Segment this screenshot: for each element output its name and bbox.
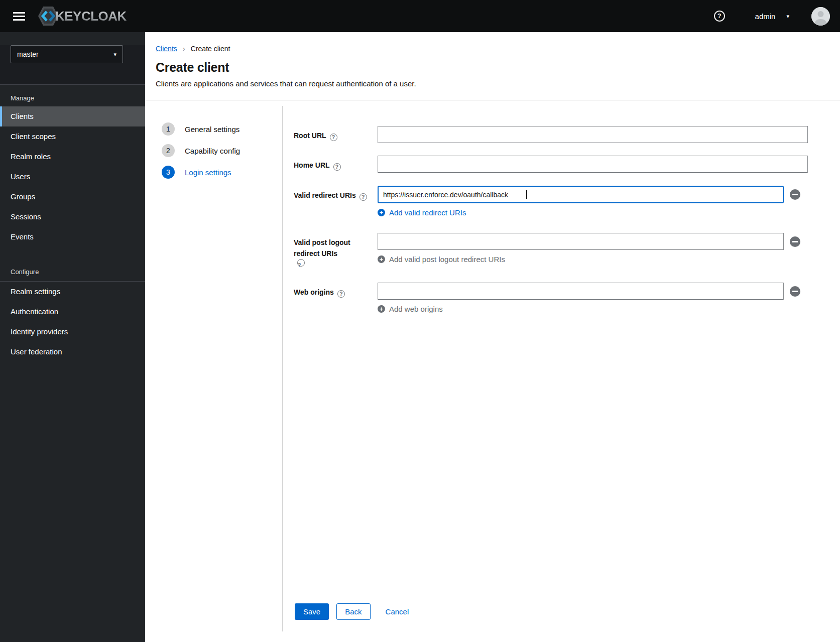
- step-label: Capability config: [185, 147, 240, 155]
- wizard-step-login-settings[interactable]: 3 Login settings: [162, 166, 282, 179]
- root-url-input[interactable]: [378, 126, 808, 143]
- plus-circle-icon: +: [378, 209, 385, 216]
- valid-redirect-uris-label: Valid redirect URIs?: [294, 186, 378, 217]
- sidebar-item-client-scopes[interactable]: Client scopes: [0, 126, 145, 147]
- add-valid-redirect-uris-button[interactable]: + Add valid redirect URIs: [378, 208, 466, 217]
- wizard-nav: 1 General settings 2 Capability config 3…: [145, 106, 283, 631]
- hamburger-menu-icon[interactable]: [11, 10, 27, 23]
- form-actions: Save Back Cancel: [295, 603, 409, 620]
- web-origins-input[interactable]: [378, 283, 784, 300]
- remove-post-logout-uri-button[interactable]: [790, 236, 800, 247]
- remove-redirect-uri-button[interactable]: [790, 189, 800, 200]
- help-icon[interactable]: ?: [337, 290, 345, 298]
- root-url-row: Root URL?: [294, 126, 840, 143]
- brand-text: KEYCLOAK: [55, 9, 127, 24]
- valid-redirect-uris-input[interactable]: [378, 186, 784, 203]
- cancel-button[interactable]: Cancel: [386, 607, 409, 616]
- root-url-label: Root URL?: [294, 126, 378, 143]
- chevron-down-icon: ▾: [113, 51, 116, 58]
- nav-section-manage: Manage: [0, 94, 145, 102]
- avatar[interactable]: [811, 7, 830, 26]
- keycloak-logo: KEYCLOAK: [38, 5, 127, 27]
- sidebar-item-users[interactable]: Users: [0, 167, 145, 187]
- text-cursor: [526, 190, 527, 199]
- sidebar-item-realm-settings[interactable]: Realm settings: [0, 282, 145, 302]
- chevron-down-icon: ▾: [786, 13, 789, 20]
- page-subtitle: Clients are applications and services th…: [156, 79, 840, 88]
- sidebar-nav: Manage Clients Client scopes Realm roles…: [0, 94, 145, 362]
- username: admin: [755, 12, 776, 21]
- page-header: Clients › Create client Create client Cl…: [145, 32, 840, 100]
- step-label: Login settings: [185, 168, 231, 177]
- help-icon[interactable]: ?: [714, 11, 725, 22]
- valid-post-logout-redirect-uris-input[interactable]: [378, 233, 784, 250]
- wizard-step-capability-config[interactable]: 2 Capability config: [162, 144, 282, 157]
- step-label: General settings: [185, 125, 239, 134]
- plus-circle-icon: +: [378, 255, 385, 263]
- main-content: Clients › Create client Create client Cl…: [145, 32, 840, 642]
- help-icon[interactable]: ?: [359, 193, 367, 201]
- home-url-input[interactable]: [378, 156, 808, 173]
- breadcrumb: Clients › Create client: [156, 44, 840, 53]
- remove-web-origin-button[interactable]: [790, 286, 800, 297]
- realm-selector[interactable]: master ▾: [11, 45, 123, 63]
- help-icon[interactable]: ?: [297, 259, 305, 267]
- valid-post-logout-redirect-uris-label: Valid post logout redirect URIs?: [294, 233, 378, 267]
- sidebar-item-events[interactable]: Events: [0, 227, 145, 247]
- back-button[interactable]: Back: [336, 603, 370, 620]
- sidebar-item-authentication[interactable]: Authentication: [0, 302, 145, 322]
- sidebar-item-clients[interactable]: Clients: [0, 106, 145, 126]
- valid-redirect-uris-row: Valid redirect URIs? + Add valid redirec…: [294, 186, 840, 217]
- step-number: 3: [162, 166, 175, 179]
- save-button[interactable]: Save: [295, 603, 329, 620]
- step-number: 2: [162, 144, 175, 157]
- masthead-right: ? admin ▾: [714, 7, 840, 26]
- home-url-label: Home URL?: [294, 156, 378, 173]
- web-origins-label: Web origins?: [294, 283, 378, 313]
- sidebar-item-sessions[interactable]: Sessions: [0, 207, 145, 227]
- sidebar-item-identity-providers[interactable]: Identity providers: [0, 322, 145, 342]
- realm-name: master: [17, 50, 39, 58]
- web-origins-row: Web origins? + Add web origins: [294, 283, 840, 313]
- nav-section-configure: Configure: [0, 268, 145, 276]
- user-silhouette-icon: [811, 7, 830, 26]
- user-menu[interactable]: admin ▾: [755, 12, 789, 21]
- help-icon[interactable]: ?: [330, 134, 337, 141]
- sidebar: master ▾ Manage Clients Client scopes Re…: [0, 32, 145, 642]
- sidebar-item-realm-roles[interactable]: Realm roles: [0, 147, 145, 167]
- sidebar-realm-area: master ▾: [0, 45, 145, 85]
- step-number: 1: [162, 122, 175, 136]
- valid-post-logout-redirect-uris-row: Valid post logout redirect URIs? + Add v…: [294, 233, 840, 267]
- sidebar-item-groups[interactable]: Groups: [0, 187, 145, 207]
- add-web-origins-button[interactable]: + Add web origins: [378, 305, 443, 313]
- login-settings-form: Root URL? Home URL? Valid redirect URIs?: [283, 100, 840, 642]
- home-url-row: Home URL?: [294, 156, 840, 173]
- breadcrumb-link-clients[interactable]: Clients: [156, 45, 177, 53]
- masthead: KEYCLOAK ? admin ▾: [0, 0, 840, 32]
- breadcrumb-current: Create client: [191, 45, 230, 53]
- add-valid-post-logout-redirect-uris-button[interactable]: + Add valid post logout redirect URIs: [378, 255, 505, 264]
- sidebar-item-user-federation[interactable]: User federation: [0, 342, 145, 362]
- help-icon[interactable]: ?: [333, 163, 341, 171]
- page-title: Create client: [156, 60, 840, 75]
- wizard-step-general-settings[interactable]: 1 General settings: [162, 122, 282, 136]
- plus-circle-icon: +: [378, 305, 385, 313]
- breadcrumb-separator-icon: ›: [183, 44, 185, 53]
